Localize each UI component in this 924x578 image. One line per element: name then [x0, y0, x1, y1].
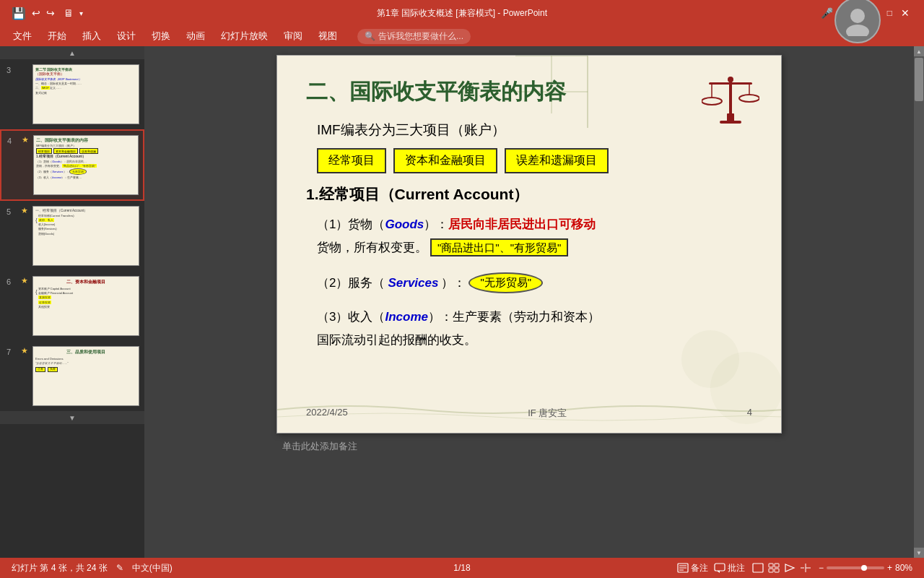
slide-income-block: （3）收入（Income）：生产要素（劳动力和资本） 国际流动引起的报酬的收支。: [317, 306, 600, 353]
svg-rect-23: [753, 564, 763, 572]
note-placeholder[interactable]: 单击此处添加备注: [282, 440, 357, 453]
slide-thumb-4[interactable]: 4 ★ 二、国际收支平衡表的内容 IMF编表分为三大项目（账户） 经常项目 资本…: [0, 129, 144, 201]
balance-scale-icon: [702, 66, 759, 124]
goods-highlight: "商品进出口"、"有形贸易": [430, 238, 568, 256]
slide-goods-block: （1）货物（Goods）：居民向非居民进出口可移动 货物，所有权变更。"商品进出…: [317, 213, 596, 260]
title-bar-left: 💾 ↩ ↪ 🖥 ▾: [6, 7, 83, 20]
scroll-thumb[interactable]: [915, 58, 923, 101]
language-label[interactable]: 中文(中国): [132, 562, 173, 574]
search-icon: 🔍: [365, 31, 375, 41]
menu-design[interactable]: 设计: [110, 27, 143, 46]
services-highlight: "无形贸易": [468, 272, 543, 293]
window-title: 第1章 国际收支概述 [兼容模式] - PowerPoint: [377, 8, 547, 18]
scroll-up-arrow[interactable]: ▲: [914, 46, 924, 56]
goods-desc: 居民向非居民进出口可移动: [448, 217, 596, 231]
slide-num-5: 5: [6, 206, 17, 266]
slide-section1-heading: 1.经常项目（Current Account）: [306, 184, 528, 204]
menu-transition[interactable]: 切换: [144, 27, 178, 46]
footer-date: 2022/4/25: [306, 407, 348, 420]
zoom-in-btn[interactable]: +: [887, 563, 892, 573]
view-buttons: [751, 561, 813, 574]
svg-rect-27: [775, 569, 779, 572]
comments-icon: [714, 563, 725, 573]
zoom-slider[interactable]: [827, 566, 884, 569]
redo-icon[interactable]: ↪: [46, 7, 55, 19]
svg-point-6: [681, 330, 739, 388]
mic-icon[interactable]: 🎤: [821, 7, 833, 19]
close-btn[interactable]: ✕: [898, 7, 912, 19]
goods-mid: ）：: [424, 217, 448, 231]
slide-star-5: ★: [21, 206, 28, 266]
svg-rect-10: [729, 81, 732, 114]
right-scrollbar[interactable]: ▲ ▼: [914, 46, 924, 558]
undo-icon[interactable]: ↩: [32, 7, 40, 19]
customize-arrow[interactable]: ▾: [79, 9, 83, 17]
slide-btn-current: 经常项目: [317, 148, 386, 173]
svg-rect-26: [769, 569, 773, 572]
slide-star-3: [21, 64, 28, 124]
menu-slideshow[interactable]: 幻灯片放映: [214, 27, 275, 46]
notes-icon: [677, 563, 689, 573]
reading-view-btn[interactable]: [783, 561, 797, 574]
scroll-down-arrow[interactable]: ▼: [914, 548, 924, 558]
menu-bar: 文件 开始 插入 设计 切换 动画 幻灯片放映 审阅 视图 🔍 告诉我您想要做什…: [0, 26, 924, 46]
menu-view[interactable]: 视图: [311, 27, 344, 46]
slide-thumb-6[interactable]: 6 ★ 二、资本和金融项目 { 资本账户 Capital Account 金融账…: [0, 271, 144, 341]
comments-label[interactable]: 批注: [714, 562, 745, 574]
edit-icon[interactable]: ✎: [116, 563, 123, 573]
zoom-thumb: [861, 565, 867, 571]
title-bar: 💾 ↩ ↪ 🖥 ▾ 第1章 国际收支概述 [兼容模式] - PowerPoint…: [0, 0, 924, 26]
menu-animation[interactable]: 动画: [179, 27, 212, 46]
goods-label: （1）货物（: [317, 217, 385, 231]
slide-buttons-row: 经常项目 资本和金融项目 误差和遗漏项目: [317, 148, 609, 173]
search-box[interactable]: 🔍 告诉我您想要做什么...: [357, 29, 471, 44]
svg-point-16: [728, 77, 733, 82]
panel-scroll-up[interactable]: ▲: [0, 46, 144, 59]
slide-canvas-area: 二、国际收支平衡表的内容 IMF编表分为三大项目（账户） 经常项目 资本和金融项…: [144, 46, 914, 558]
slide-preview-4: 二、国际收支平衡表的内容 IMF编表分为三大项目（账户） 经常项目 资本和金融项…: [33, 135, 139, 195]
slide-services-block: （2）服务（Services）： "无形贸易": [317, 272, 543, 293]
notes-label[interactable]: 备注: [677, 562, 708, 574]
comments-text: 批注: [728, 562, 745, 574]
slide-num-7: 7: [6, 346, 17, 406]
zoom-out-btn[interactable]: −: [819, 563, 824, 573]
status-bar: 幻灯片 第 4 张，共 24 张 ✎ 中文(中国) 1/18 备注 批注: [0, 558, 924, 578]
menu-start[interactable]: 开始: [40, 27, 74, 46]
services-mid: ）：: [441, 275, 466, 291]
slide-btn-capital: 资本和金融项目: [393, 148, 497, 173]
presenter-view-btn[interactable]: [798, 561, 813, 574]
search-placeholder: 告诉我您想要做什么...: [378, 30, 463, 43]
slide-preview-5: 一、经常项目（Current Account） { 经常转移(Current T…: [32, 206, 139, 266]
outline-view-btn[interactable]: [767, 561, 781, 574]
slide-thumb-7[interactable]: 7 ★ 三、品质和使用项目 Errors and Omissions "当借贷双…: [0, 341, 144, 411]
zoom-control: − + 80%: [819, 563, 912, 573]
slide-thumb-5[interactable]: 5 ★ 一、经常项目（Current Account） { 经常转移(Curre…: [0, 201, 144, 271]
normal-view-btn[interactable]: [751, 561, 765, 574]
menu-insert[interactable]: 插入: [75, 27, 108, 46]
slide-thumb-3[interactable]: 3 第二节 国际收支平衡表 （国际收支平衡） 国际收支平衡表（BOP State…: [0, 59, 144, 129]
panel-scroll-down[interactable]: ▼: [0, 411, 144, 424]
slide-star-6: ★: [21, 276, 28, 336]
slide-num-6: 6: [6, 276, 17, 336]
menu-review[interactable]: 审阅: [276, 27, 310, 46]
income-mid: ）：生产要素（劳动力和资本）: [428, 310, 600, 324]
svg-point-15: [739, 95, 759, 102]
svg-marker-28: [785, 564, 794, 571]
slide-footer: 2022/4/25 IF 唐安宝 4: [306, 407, 752, 420]
svg-rect-24: [769, 564, 773, 567]
slide-imf-line: IMF编表分为三大项目（账户）: [317, 121, 505, 139]
footer-author: IF 唐安宝: [528, 407, 567, 420]
svg-rect-25: [775, 564, 779, 567]
maximize-btn[interactable]: □: [884, 8, 895, 18]
save-icon[interactable]: 💾: [12, 7, 26, 20]
svg-point-13: [702, 98, 722, 105]
menu-file[interactable]: 文件: [6, 27, 39, 46]
app-container: 💾 ↩ ↪ 🖥 ▾ 第1章 国际收支概述 [兼容模式] - PowerPoint…: [0, 0, 924, 578]
svg-point-1: [846, 25, 869, 36]
monitor-icon: 🖥: [64, 7, 74, 19]
slide-canvas: 二、国际收支平衡表的内容 IMF编表分为三大项目（账户） 经常项目 资本和金融项…: [276, 55, 782, 434]
notes-text: 备注: [691, 562, 708, 574]
note-area: 单击此处添加备注: [276, 435, 782, 458]
footer-page: 4: [747, 407, 752, 420]
svg-rect-9: [720, 121, 741, 124]
